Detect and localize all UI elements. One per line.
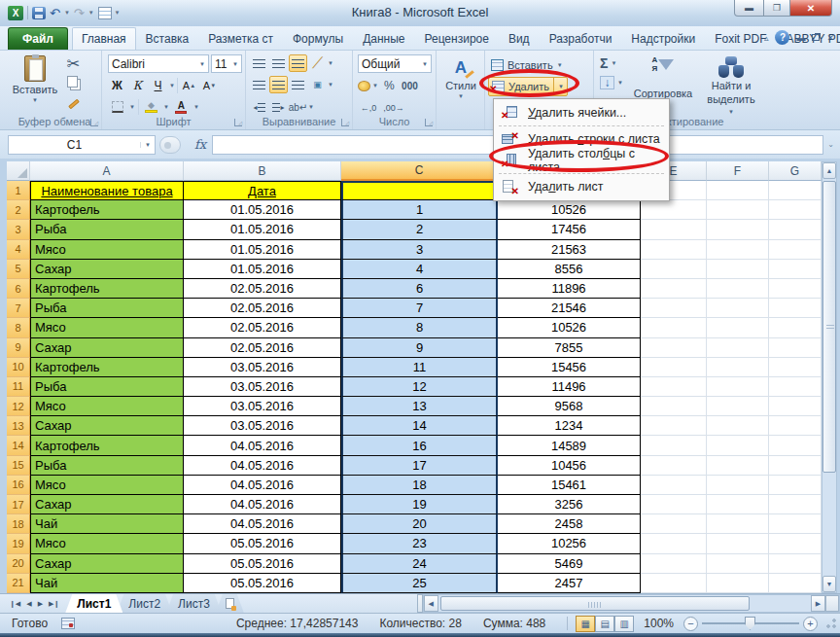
paste-dropdown-icon[interactable]: ▼ xyxy=(32,97,38,103)
cell-empty[interactable] xyxy=(769,436,822,455)
cell-g1[interactable] xyxy=(769,181,822,200)
cell-empty[interactable] xyxy=(707,456,769,476)
italic-button[interactable]: К xyxy=(128,77,147,94)
cell-revenue[interactable]: 9568 xyxy=(498,397,641,416)
cell-empty[interactable] xyxy=(769,456,822,476)
cell-quantity[interactable]: 3 xyxy=(341,240,498,260)
minimize-button[interactable]: ▬ xyxy=(734,0,764,17)
cell-empty[interactable] xyxy=(769,514,822,534)
accounting-dropdown-icon[interactable]: ▼ xyxy=(372,83,378,88)
row-header-3[interactable]: 3 xyxy=(7,220,30,239)
horizontal-scrollbar[interactable]: ◀ ▶ xyxy=(423,594,840,613)
cell-date[interactable]: 01.05.2016 xyxy=(184,240,341,260)
cell-empty[interactable] xyxy=(769,416,822,436)
page-break-view-button[interactable]: ▥ xyxy=(614,616,634,632)
column-header-c[interactable]: C xyxy=(341,161,498,181)
cell-empty[interactable] xyxy=(707,514,769,534)
align-center-button[interactable] xyxy=(269,76,288,93)
format-painter-button[interactable] xyxy=(64,95,83,113)
percent-button[interactable]: % xyxy=(380,77,399,94)
find-dropdown-icon[interactable]: ▼ xyxy=(728,109,734,115)
autosum-button[interactable]: Σ ▼ xyxy=(600,55,616,71)
row-header-18[interactable]: 18 xyxy=(7,514,30,534)
restore-button[interactable]: ❐ xyxy=(764,0,790,17)
cell-quantity[interactable]: 23 xyxy=(341,534,498,553)
cell-empty[interactable] xyxy=(641,338,707,358)
cell-revenue[interactable]: 3256 xyxy=(498,495,641,514)
cell-f1[interactable] xyxy=(707,181,769,200)
cell-date[interactable]: 01.05.2016 xyxy=(184,220,341,239)
cell-product[interactable]: Сахар xyxy=(30,554,184,574)
copy-button[interactable] xyxy=(64,74,83,91)
fill-color-dropdown-icon[interactable]: ▼ xyxy=(163,104,169,110)
cut-button[interactable]: ✂ xyxy=(64,54,83,72)
grow-font-button[interactable]: А▲ xyxy=(180,77,198,94)
cell-empty[interactable] xyxy=(769,495,822,514)
cell-quantity[interactable]: 12 xyxy=(341,377,498,397)
cell-revenue[interactable]: 2458 xyxy=(498,514,641,534)
cell-empty[interactable] xyxy=(707,240,769,260)
row-header-8[interactable]: 8 xyxy=(7,318,30,337)
cell-quantity[interactable]: 11 xyxy=(341,358,498,377)
cell-empty[interactable] xyxy=(769,574,822,593)
cell-empty[interactable] xyxy=(769,554,822,574)
fill-color-button[interactable]: ◆ xyxy=(142,98,160,116)
cell-quantity[interactable]: 13 xyxy=(341,397,498,416)
row-header-19[interactable]: 19 xyxy=(7,534,30,553)
cell-date[interactable]: 05.05.2016 xyxy=(184,554,341,574)
cell-date[interactable]: 03.05.2016 xyxy=(184,358,341,377)
align-top-button[interactable] xyxy=(250,54,268,72)
help-icon[interactable]: ? xyxy=(775,30,789,45)
cell-date[interactable]: 03.05.2016 xyxy=(184,416,341,436)
cell-empty[interactable] xyxy=(707,377,769,397)
cell-product[interactable]: Картофель xyxy=(30,436,184,455)
prev-sheet-icon[interactable]: ◀ xyxy=(24,599,33,609)
cell-date[interactable]: 04.05.2016 xyxy=(184,476,341,495)
cell-product[interactable]: Рыба xyxy=(30,299,184,318)
cell-revenue[interactable]: 1234 xyxy=(498,416,641,436)
cell-revenue[interactable]: 10526 xyxy=(498,318,641,337)
cell-empty[interactable] xyxy=(769,397,822,416)
page-layout-view-button[interactable]: ▤ xyxy=(595,616,614,632)
cell-quantity[interactable]: 4 xyxy=(341,260,498,279)
bold-button[interactable]: Ж xyxy=(108,77,126,94)
cell-empty[interactable] xyxy=(769,476,822,495)
increase-indent-button[interactable]: ▸ xyxy=(269,98,288,116)
orientation-button[interactable]: ⟋ xyxy=(308,54,327,72)
cell-empty[interactable] xyxy=(707,220,769,239)
cell-a1[interactable]: Наименование товара xyxy=(30,181,184,200)
cell-date[interactable]: 04.05.2016 xyxy=(184,456,341,476)
cell-empty[interactable] xyxy=(707,260,769,279)
fill-button[interactable]: ↓ ▼ xyxy=(600,76,623,89)
tab-главная[interactable]: Главная xyxy=(72,27,136,50)
cell-revenue[interactable]: 5469 xyxy=(498,554,641,574)
next-sheet-icon[interactable]: ▶ xyxy=(36,599,45,609)
zoom-level[interactable]: 100% xyxy=(644,617,674,630)
tab-надстройки[interactable]: Надстройки xyxy=(621,27,705,50)
cell-product[interactable]: Картофель xyxy=(30,200,184,220)
cell-quantity[interactable]: 17 xyxy=(341,456,498,476)
cell-empty[interactable] xyxy=(641,495,707,514)
comma-style-button[interactable]: 000 xyxy=(401,77,419,94)
cell-empty[interactable] xyxy=(641,574,707,593)
cell-date[interactable]: 05.05.2016 xyxy=(184,534,341,553)
cell-quantity[interactable]: 24 xyxy=(341,554,498,574)
orientation-dropdown-icon[interactable]: ▼ xyxy=(328,60,333,66)
cell-empty[interactable] xyxy=(641,358,707,377)
cell-product[interactable]: Сахар xyxy=(30,260,184,279)
cell-empty[interactable] xyxy=(707,318,769,337)
cell-product[interactable]: Рыба xyxy=(30,220,184,239)
find-select-button[interactable]: Найти и выделить ▼ xyxy=(697,56,765,115)
cell-revenue[interactable]: 8556 xyxy=(498,260,641,279)
cell-empty[interactable] xyxy=(769,279,822,299)
workbook-close-icon[interactable]: ✕ xyxy=(826,33,834,43)
cell-date[interactable]: 02.05.2016 xyxy=(184,299,341,318)
tab-file[interactable]: Файл xyxy=(8,27,68,50)
insert-dropdown-icon[interactable]: ▼ xyxy=(557,62,563,68)
column-header-f[interactable]: F xyxy=(707,161,769,181)
cell-empty[interactable] xyxy=(707,416,769,436)
cell-product[interactable]: Сахар xyxy=(30,338,184,358)
cell-empty[interactable] xyxy=(769,200,822,220)
font-size-combo[interactable]: 11▼ xyxy=(211,54,242,73)
styles-dropdown-icon[interactable]: ▼ xyxy=(458,93,464,99)
